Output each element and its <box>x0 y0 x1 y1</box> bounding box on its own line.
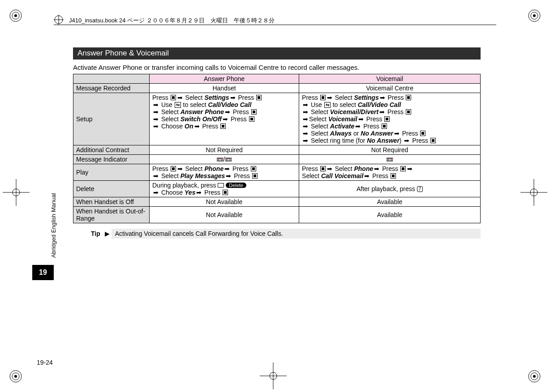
row-contract: Additional Contract <box>73 145 150 155</box>
tape-icon: 📼 <box>386 156 393 163</box>
ok-key-icon <box>406 95 411 100</box>
ok-key-icon <box>320 95 326 100</box>
cell-delete-vm: After playback, press 7 <box>299 181 481 197</box>
cell-mr-ap: Handset <box>150 84 299 93</box>
arrow-icon: ➡ <box>303 123 308 130</box>
arrow-icon: ➡ <box>153 115 159 123</box>
arrow-icon: ➡ <box>355 123 361 130</box>
ok-key-icon <box>430 138 436 143</box>
arrow-icon: ➡ <box>374 165 379 172</box>
ok-key-icon <box>223 190 228 195</box>
side-panel: Abridged English Manual 19 <box>32 47 63 280</box>
arrow-icon: ➡ <box>380 94 385 101</box>
arrow-icon: ➡ <box>327 94 332 101</box>
arrow-icon: ➡ <box>394 130 400 137</box>
crop-mark-icon <box>3 179 30 206</box>
col-voicemail: Voicemail <box>299 74 481 84</box>
mail-key-icon <box>218 183 224 187</box>
print-header-text: J410_insatsu.book 24 ページ ２００６年８月２９日 火曜日 … <box>69 17 496 25</box>
side-label: Abridged English Manual <box>50 159 57 258</box>
ok-key-icon <box>406 109 411 115</box>
tip-label: Tip <box>91 229 103 239</box>
arrow-icon: ➡ <box>153 123 159 130</box>
cell-oor-ap: Not Available <box>150 207 299 223</box>
key-7-icon: 7 <box>417 186 423 192</box>
arrow-icon: ➡ <box>153 189 159 196</box>
arrow-icon: ➡ <box>327 165 332 172</box>
arrow-icon: ➡ <box>194 123 200 130</box>
cell-oor-vm: Available <box>299 207 481 223</box>
section-intro: Activate Answer Phone or transfer incomi… <box>73 64 481 71</box>
ok-key-icon <box>220 124 226 129</box>
row-delete: Delete <box>73 181 150 197</box>
ok-key-icon <box>171 95 176 100</box>
section-title: Answer Phone & Voicemail <box>73 47 481 60</box>
row-off: When Handset is Off <box>73 197 150 207</box>
arrow-icon: ➡ <box>153 101 159 108</box>
svg-point-11 <box>533 375 536 378</box>
register-mark-icon <box>528 9 541 22</box>
cell-mr-vm: Voicemail Centre <box>299 84 481 93</box>
arrow-icon: ➡ <box>404 137 409 144</box>
tip-row: Tip ▶ Activating Voicemail cancels Call … <box>91 229 481 239</box>
ok-key-icon <box>320 166 326 171</box>
ok-key-icon <box>420 131 425 136</box>
arrow-icon: ➡ <box>224 165 230 172</box>
row-play: Play <box>73 164 150 181</box>
nav-key-icon: ⇆ <box>324 102 331 108</box>
cell-setup-ap: Press ➡ Select Settings➡ Press ➡ Use ⇆ t… <box>150 93 299 145</box>
crop-mark-icon <box>520 179 547 206</box>
cell-off-ap: Not Available <box>150 197 299 207</box>
arrow-icon: ➡ <box>303 130 308 137</box>
arrow-icon: ➡ <box>153 108 159 115</box>
ok-key-icon <box>256 95 262 100</box>
cell-indicator-ap: 📼/📼 <box>150 155 299 164</box>
arrow-icon: ➡ <box>153 172 159 179</box>
register-mark-icon <box>9 370 22 383</box>
ok-key-icon <box>400 166 406 171</box>
cell-off-vm: Available <box>299 197 481 207</box>
register-mark-icon <box>9 9 22 22</box>
cell-contract-vm: Not Required <box>299 145 481 155</box>
svg-point-5 <box>533 14 536 17</box>
feature-table: Answer Phone Voicemail Message Recorded … <box>73 74 481 223</box>
chapter-number: 19 <box>32 265 54 280</box>
arrow-icon: ➡ <box>303 108 308 115</box>
ok-key-icon <box>249 116 254 122</box>
arrow-icon: ➡ <box>303 137 308 144</box>
cell-contract-ap: Not Required <box>150 145 299 155</box>
cell-delete-ap: During playback, press Delete ➡ Choose Y… <box>150 181 299 197</box>
arrow-icon: ➡ <box>177 165 183 172</box>
svg-point-8 <box>14 375 17 378</box>
arrow-icon: ➡ <box>196 189 202 196</box>
arrow-icon: ➡ <box>358 115 364 123</box>
ok-key-icon <box>171 166 176 171</box>
page-number: 19-24 <box>37 359 53 366</box>
ok-key-icon <box>251 109 257 115</box>
tip-body: Activating Voicemail cancels Call Forwar… <box>112 229 481 239</box>
ok-key-icon <box>252 173 258 179</box>
arrow-icon: ➡ <box>225 108 230 115</box>
tape-icon: 📼 <box>216 156 223 163</box>
col-answer-phone: Answer Phone <box>150 74 299 84</box>
crop-mark-icon <box>260 362 287 389</box>
arrow-icon: ➡ <box>364 172 370 179</box>
tape-icon: 📼 <box>225 156 232 163</box>
row-message-recorded: Message Recorded <box>73 84 150 93</box>
register-mark-icon <box>528 370 541 383</box>
arrow-icon: ➡ <box>407 165 412 172</box>
arrow-icon: ➡ <box>303 101 308 108</box>
header-divider <box>54 25 496 25</box>
cell-play-vm: Press ➡ Select Phone➡ Press ➡ Select Cal… <box>299 164 481 181</box>
cell-indicator-vm: 📼 <box>299 155 481 164</box>
delete-badge: Delete <box>226 183 246 188</box>
arrow-icon: ➡ <box>230 94 236 101</box>
arrow-icon: ➡ <box>379 108 385 115</box>
tip-arrow-icon: ▶ <box>103 229 112 239</box>
ok-key-icon <box>251 166 256 171</box>
svg-point-2 <box>14 14 17 17</box>
row-setup: Setup <box>73 93 150 145</box>
blank-header <box>73 74 150 84</box>
row-indicator: Message Indicator <box>73 155 150 164</box>
nav-key-icon: ⇆ <box>175 102 181 108</box>
